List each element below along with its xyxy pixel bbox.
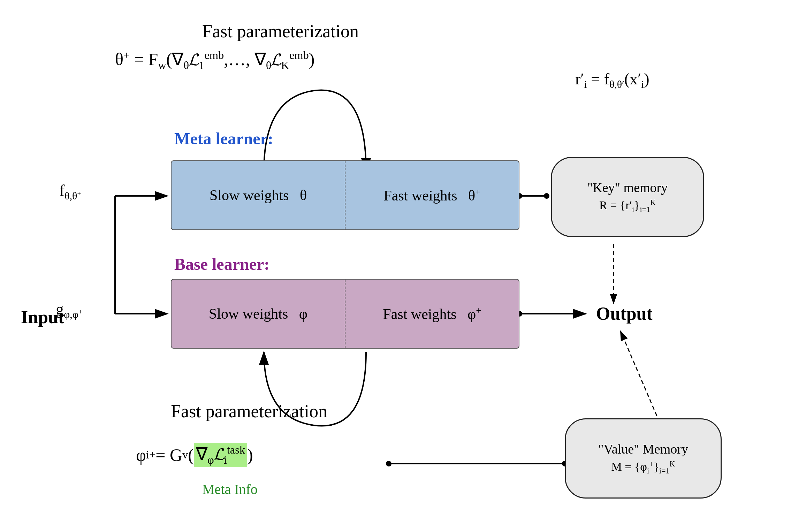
base-slow-label: Slow weights φ (209, 305, 307, 322)
meta-fast-label: Fast weights θ+ (383, 187, 480, 204)
top-formula: θ+ = Fw(∇θ𝓛1emb,…, ∇θ𝓛Kemb) (115, 49, 314, 72)
value-memory-title: "Value" Memory (598, 441, 688, 457)
input-label: Input (21, 307, 64, 327)
bottom-fast-param-title: Fast parameterization (171, 401, 327, 421)
right-formula: r′i = fθ,θ′(x′i) (575, 70, 649, 90)
svg-line-9 (621, 331, 662, 429)
gradient-highlight: ∇φ𝓛itask (194, 443, 247, 467)
key-memory-formula: R = {r′i}i=1K (599, 198, 656, 214)
base-learner-box: Slow weights φ Fast weights φ+ (171, 279, 519, 349)
meta-slow-label: Slow weights θ (210, 187, 307, 204)
key-memory-bubble: "Key" memory R = {r′i}i=1K (551, 157, 704, 237)
meta-slow-weights: Slow weights θ (172, 161, 345, 229)
meta-learner-label: Meta learner: (174, 129, 273, 148)
value-memory-formula: M = {φi+}i=1K (611, 459, 675, 476)
key-memory-title: "Key" memory (587, 180, 668, 195)
meta-info-label: Meta Info (202, 481, 258, 497)
meta-fast-weights: Fast weights θ+ (345, 161, 519, 229)
meta-learner-box: Slow weights θ Fast weights θ+ (171, 160, 519, 230)
base-slow-weights: Slow weights φ (172, 280, 345, 348)
svg-point-10 (386, 461, 391, 466)
base-learner-label: Base learner: (174, 254, 269, 274)
base-fast-weights: Fast weights φ+ (345, 280, 519, 348)
base-fast-label: Fast weights φ+ (383, 305, 481, 322)
svg-point-5 (544, 193, 549, 199)
value-memory-bubble: "Value" Memory M = {φi+}i=1K (565, 418, 722, 499)
output-label: Output (596, 303, 653, 324)
meta-function-label: fθ,θ+ (59, 181, 81, 202)
bottom-formula: φi+ = Gv(∇φ𝓛itask) (136, 443, 253, 467)
diagram-container: Fast parameterization θ+ = Fw(∇θ𝓛1emb,…,… (0, 0, 806, 532)
top-fast-param-title: Fast parameterization (202, 21, 359, 41)
